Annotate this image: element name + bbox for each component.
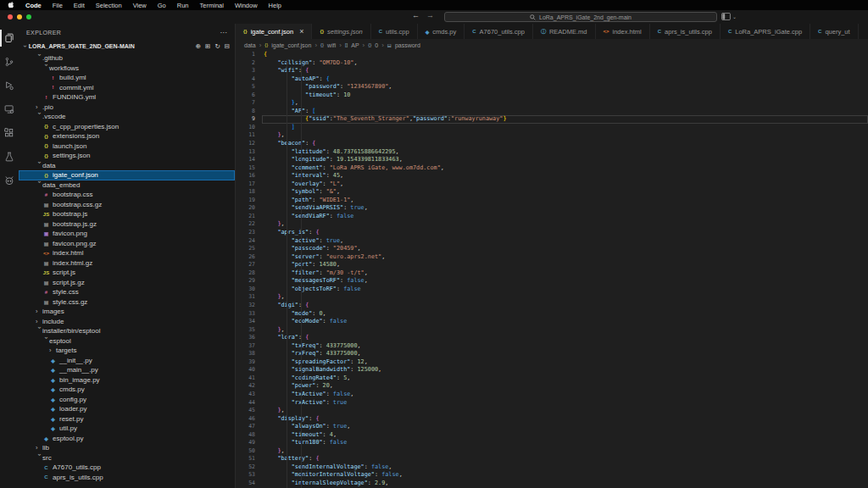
code-line-text[interactable]: "longitude": 19.154339811833463, xyxy=(262,156,868,164)
menu-view[interactable]: View xyxy=(133,2,147,9)
code-line-text[interactable]: "beacon": { xyxy=(262,140,868,148)
tree-file-a7670-utils-cpp[interactable]: CA7670_utils.cpp xyxy=(19,463,235,473)
navigate-back-icon[interactable]: ← xyxy=(412,11,420,19)
line-number[interactable]: 49 xyxy=(236,439,262,447)
code-line-text[interactable]: }, xyxy=(262,293,868,302)
tree-file-favicon-png-gz[interactable]: ▤favicon.png.gz xyxy=(19,239,235,249)
line-number[interactable]: 5 xyxy=(236,83,262,92)
menu-run[interactable]: Run xyxy=(177,2,189,9)
line-number[interactable]: 42 xyxy=(236,382,262,391)
line-number[interactable]: 1 xyxy=(236,51,262,59)
tree-file-aprs-is-utils-cpp[interactable]: Caprs_is_utils.cpp xyxy=(19,473,235,483)
menu-go[interactable]: Go xyxy=(158,2,166,9)
line-number[interactable]: 22 xyxy=(236,220,262,229)
menu-window[interactable]: Window xyxy=(235,2,258,9)
code-line-text[interactable]: "aprs_is": { xyxy=(262,229,868,237)
line-number[interactable]: 54 xyxy=(236,480,262,488)
code-line-text[interactable]: "digi": { xyxy=(262,302,868,310)
line-number[interactable]: 23 xyxy=(236,229,262,237)
code-line-text[interactable]: "spreadingFactor": 12, xyxy=(262,358,868,367)
tree-file-util-py[interactable]: ◈util.py xyxy=(19,424,235,434)
tree-folder-src[interactable]: ›src xyxy=(19,453,235,463)
line-number[interactable]: 27 xyxy=(236,261,262,269)
code-editor[interactable]: 1{2 "callsign": "OM7DD-10",3 "wifi": {4 … xyxy=(236,51,868,488)
line-number[interactable]: 16 xyxy=(236,172,262,180)
tab-query-ut[interactable]: Cquery_ut xyxy=(810,24,859,39)
code-line-text[interactable]: "battery": { xyxy=(262,455,868,463)
line-number[interactable]: 44 xyxy=(236,399,262,408)
breadcrumb-item[interactable]: 0 xyxy=(375,42,378,48)
breadcrumb-item[interactable]: data xyxy=(244,42,256,48)
line-number[interactable]: 33 xyxy=(236,310,262,319)
tree-folder--github[interactable]: ›.github xyxy=(19,53,235,64)
line-number[interactable]: 7 xyxy=(236,99,262,108)
line-number[interactable]: 52 xyxy=(236,463,262,472)
line-number[interactable]: 30 xyxy=(236,286,262,294)
code-line-text[interactable]: "monitorInternalVoltage": false, xyxy=(262,471,868,480)
code-line-text[interactable]: "power": 20, xyxy=(262,382,868,391)
tree-file-index-html-gz[interactable]: ▤index.html.gz xyxy=(19,258,235,269)
tree-file-config-py[interactable]: ◈config.py xyxy=(19,395,235,405)
remote-explorer-icon[interactable] xyxy=(0,97,19,121)
code-line-text[interactable]: "symbol": "&", xyxy=(262,188,868,197)
menu-edit[interactable]: Edit xyxy=(74,2,85,9)
layout-toggle-icon[interactable] xyxy=(721,13,731,20)
line-number[interactable]: 47 xyxy=(236,423,262,431)
code-line-text[interactable]: "autoAP": { xyxy=(262,75,868,84)
tree-file-commit-yml[interactable]: !commit.yml xyxy=(19,83,235,93)
tree-folder-targets[interactable]: ›targets xyxy=(19,346,235,356)
code-line-text[interactable]: "passcode": "20459", xyxy=(262,245,868,253)
code-line-text[interactable]: "messagesToRF": false, xyxy=(262,277,868,286)
menu-selection[interactable]: Selection xyxy=(96,2,122,9)
tree-file-settings-json[interactable]: {}settings.json xyxy=(19,151,235,161)
tree-file-launch-json[interactable]: {}launch.json xyxy=(19,141,235,152)
code-line-text[interactable]: "rxFreq": 433775000, xyxy=(262,350,868,358)
line-number[interactable]: 34 xyxy=(236,318,262,326)
line-number[interactable]: 2 xyxy=(236,59,262,68)
line-number[interactable]: 14 xyxy=(236,156,262,164)
code-line-text[interactable]: }, xyxy=(262,220,868,229)
refresh-icon[interactable]: ↻ xyxy=(214,42,220,50)
code-line-text[interactable]: "rxActive": true xyxy=(262,399,868,408)
menu-terminal[interactable]: Terminal xyxy=(200,2,224,9)
tree-file-index-html[interactable]: <>index.html xyxy=(19,248,235,258)
zoom-window-button[interactable] xyxy=(26,14,31,19)
tree-file-cmds-py[interactable]: ◈cmds.py xyxy=(19,385,235,395)
tree-file-build-yml[interactable]: !build.yml xyxy=(19,73,235,83)
line-number[interactable]: 39 xyxy=(236,358,262,367)
code-line-text[interactable]: "AP": [ xyxy=(262,108,868,116)
code-line-text[interactable]: "active": true, xyxy=(262,237,868,246)
code-line-text[interactable]: "mode": 0, xyxy=(262,310,868,319)
line-number[interactable]: 50 xyxy=(236,447,262,456)
line-number[interactable]: 36 xyxy=(236,334,262,342)
tree-file--init-py[interactable]: ◈__init__.py xyxy=(19,356,235,366)
code-line-text[interactable]: }, xyxy=(262,407,868,415)
code-line-text[interactable]: { xyxy=(262,51,868,59)
tree-file-bootstrap-js[interactable]: JSbootstrap.js xyxy=(19,209,235,219)
code-line-text[interactable]: "callsign": "OM7DD-10", xyxy=(262,59,868,68)
code-line-text[interactable]: "filter": "m/30 -t/t", xyxy=(262,269,868,278)
code-line-text[interactable]: "sendViaAPRSIS": true, xyxy=(262,204,868,213)
line-number[interactable]: 11 xyxy=(236,131,262,140)
line-number[interactable]: 6 xyxy=(236,92,262,100)
line-number[interactable]: 45 xyxy=(236,407,262,415)
minimize-window-button[interactable] xyxy=(17,14,22,19)
tree-folder-images[interactable]: ›images xyxy=(19,307,235,317)
tab-settings-json[interactable]: {}settings.json xyxy=(312,24,370,39)
code-line-text[interactable]: "ecoMode": false xyxy=(262,318,868,326)
line-number[interactable]: 18 xyxy=(236,188,262,197)
layout-dropdown-chevron-icon[interactable]: ⌄ xyxy=(732,14,737,19)
tree-folder--vscode[interactable]: ›.vscode xyxy=(19,112,235,122)
line-number[interactable]: 25 xyxy=(236,245,262,253)
code-line-text[interactable]: }, xyxy=(262,99,868,108)
line-number[interactable]: 13 xyxy=(236,148,262,157)
code-line-text[interactable]: "txActive": false, xyxy=(262,391,868,399)
tree-file-bin-image-py[interactable]: ◈bin_image.py xyxy=(19,375,235,385)
tab-lora-aprs-igate-cpp[interactable]: CLoRa_APRS_iGate.cpp xyxy=(721,24,810,39)
extensions-icon[interactable] xyxy=(0,121,19,145)
tree-folder-esptool[interactable]: ›esptool xyxy=(19,336,235,347)
tree-file-esptool-py[interactable]: ◈esptool.py xyxy=(19,434,235,444)
line-number[interactable]: 37 xyxy=(236,342,262,351)
tree-folder-data-embed[interactable]: ›data_embed xyxy=(19,180,235,191)
code-line-text[interactable]: }, xyxy=(262,326,868,335)
